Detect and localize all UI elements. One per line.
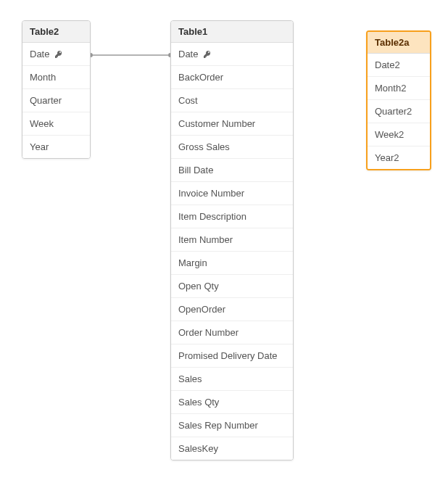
field-row[interactable]: Month — [22, 66, 90, 89]
field-row[interactable]: Customer Number — [171, 112, 293, 136]
field-row[interactable]: SalesKey — [171, 437, 293, 460]
table-header[interactable]: Table2 — [22, 21, 90, 43]
data-model-canvas: Table2 Date Month Quarter Week Year Tabl… — [0, 0, 448, 504]
field-name: Invoice Number — [178, 188, 244, 199]
field-row[interactable]: Item Description — [171, 205, 293, 228]
field-name: Open Qty — [178, 281, 219, 292]
table-header[interactable]: Table2a — [368, 32, 430, 54]
field-row[interactable]: Open Qty — [171, 275, 293, 298]
key-icon — [203, 50, 212, 59]
field-name: Gross Sales — [178, 141, 230, 152]
field-name: Quarter2 — [375, 106, 412, 117]
field-row[interactable]: Year2 — [368, 146, 430, 169]
table-table2[interactable]: Table2 Date Month Quarter Week Year — [22, 20, 91, 159]
field-row[interactable]: Date — [22, 43, 90, 66]
field-row[interactable]: Week2 — [368, 123, 430, 146]
field-name: OpenOrder — [178, 304, 225, 315]
field-name: Item Number — [178, 234, 233, 245]
table-header[interactable]: Table1 — [171, 21, 293, 43]
field-name: SalesKey — [178, 443, 218, 454]
field-name: BackOrder — [178, 72, 223, 83]
field-row[interactable]: OpenOrder — [171, 298, 293, 321]
field-name: Sales — [178, 373, 202, 384]
field-name: Date — [178, 49, 198, 59]
field-row[interactable]: Month2 — [368, 77, 430, 100]
field-name: Promised Delivery Date — [178, 350, 278, 361]
field-row[interactable]: Margin — [171, 252, 293, 275]
field-name: Year — [30, 141, 49, 152]
field-name: Margin — [178, 257, 207, 268]
field-name: Bill Date — [178, 165, 213, 175]
field-row[interactable]: Week — [22, 112, 90, 136]
field-name: Year2 — [375, 152, 399, 163]
table-table1[interactable]: Table1 Date BackOrder Cost Customer Numb… — [170, 20, 294, 460]
field-row[interactable]: Sales Rep Number — [171, 414, 293, 437]
field-row[interactable]: Order Number — [171, 321, 293, 344]
field-row[interactable]: Sales — [171, 368, 293, 391]
field-row[interactable]: BackOrder — [171, 66, 293, 89]
field-row[interactable]: Invoice Number — [171, 182, 293, 205]
field-name: Date — [30, 49, 49, 59]
field-name: Sales Rep Number — [178, 420, 258, 431]
field-row[interactable]: Sales Qty — [171, 391, 293, 414]
field-name: Date2 — [375, 59, 400, 70]
field-row[interactable]: Quarter — [22, 89, 90, 112]
key-icon — [54, 50, 63, 59]
field-row[interactable]: Cost — [171, 89, 293, 112]
field-row[interactable]: Bill Date — [171, 159, 293, 182]
field-row[interactable]: Date2 — [368, 54, 430, 77]
field-name: Sales Qty — [178, 397, 219, 408]
field-name: Week — [30, 118, 54, 129]
field-row[interactable]: Promised Delivery Date — [171, 344, 293, 368]
field-name: Item Description — [178, 211, 246, 222]
field-name: Month2 — [375, 83, 406, 94]
field-name: Month — [30, 72, 56, 83]
field-row[interactable]: Item Number — [171, 228, 293, 252]
field-name: Quarter — [30, 95, 62, 106]
field-name: Order Number — [178, 327, 238, 338]
field-row[interactable]: Quarter2 — [368, 100, 430, 123]
field-name: Week2 — [375, 129, 404, 140]
field-row[interactable]: Gross Sales — [171, 136, 293, 159]
table-table2a[interactable]: Table2a Date2 Month2 Quarter2 Week2 Year… — [366, 30, 431, 170]
field-name: Cost — [178, 95, 198, 106]
field-row[interactable]: Year — [22, 136, 90, 158]
field-name: Customer Number — [178, 118, 255, 129]
field-row[interactable]: Date — [171, 43, 293, 66]
